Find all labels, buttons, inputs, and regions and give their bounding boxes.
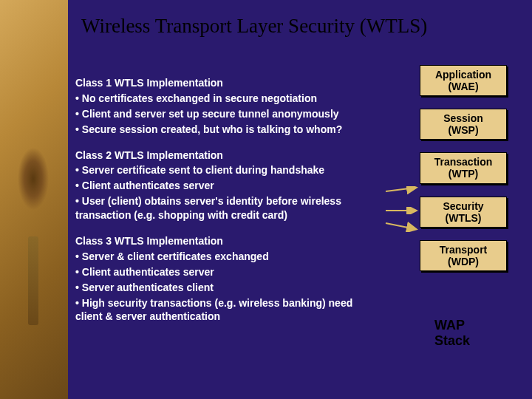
layer-name: Transport xyxy=(422,244,505,256)
class3-bullet: • High security transactions (e.g. wirel… xyxy=(75,296,378,324)
layer-name: Transaction xyxy=(422,156,505,168)
class2-bullet: • Client authenticates server xyxy=(75,179,378,193)
arrow-icon xyxy=(384,207,421,214)
class3-bullet: • Client authenticates server xyxy=(75,265,378,279)
stack-label-line: Stack xyxy=(434,333,470,349)
class3-bullet: • Server authenticates client xyxy=(75,281,378,295)
class1-bullet: • Client and server set up secure tunnel… xyxy=(75,107,378,121)
layer-name: Security xyxy=(422,200,505,212)
slide-title: Wireless Transport Layer Security (WTLS) xyxy=(81,15,427,38)
sidebar-key-image xyxy=(0,0,68,399)
layer-name: Session xyxy=(422,112,505,124)
layer-protocol: (WAE) xyxy=(422,81,505,92)
layer-protocol: (WDP) xyxy=(422,256,505,267)
stack-layer-transaction: Transaction (WTP) xyxy=(420,152,507,183)
class2-bullet: • User (client) obtains server's identit… xyxy=(75,194,378,222)
layer-protocol: (WTP) xyxy=(422,168,505,180)
content-text: Class 1 WTLS Implementation • No certifi… xyxy=(69,72,383,330)
stack-label: WAP Stack xyxy=(434,318,470,348)
arrow-icon xyxy=(384,186,421,197)
class2-bullet: • Server certificate sent to client duri… xyxy=(75,163,378,177)
class3-bullet: • Server & client certificates exchanged xyxy=(75,250,378,264)
layer-protocol: (WTLS) xyxy=(422,212,505,224)
stack-layer-application: Application (WAE) xyxy=(420,65,507,96)
class1-bullet: • No certificates exchanged in secure ne… xyxy=(75,92,378,106)
class2-heading: Class 2 WTLS Implementation xyxy=(75,149,378,163)
stack-label-line: WAP xyxy=(434,318,470,333)
stack-layer-security: Security (WTLS) xyxy=(420,197,507,228)
stack-layer-session: Session (WSP) xyxy=(420,109,507,140)
wap-stack: Application (WAE) Session (WSP) Transact… xyxy=(420,65,507,284)
svg-line-1 xyxy=(386,188,415,191)
svg-line-3 xyxy=(386,223,415,229)
stack-layer-transport: Transport (WDP) xyxy=(420,240,507,271)
class3-heading: Class 3 WTLS Implementation xyxy=(75,234,378,248)
layer-name: Application xyxy=(422,69,505,81)
class1-bullet: • Secure session created, but who is tal… xyxy=(75,123,378,137)
layer-protocol: (WSP) xyxy=(422,124,505,136)
class1-heading: Class 1 WTLS Implementation xyxy=(75,76,378,90)
arrow-icon xyxy=(384,222,421,232)
